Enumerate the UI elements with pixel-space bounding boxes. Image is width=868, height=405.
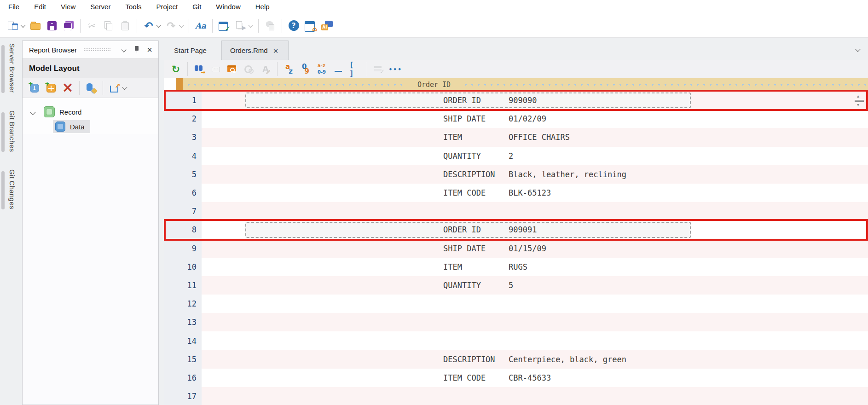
report-line[interactable]: ORDER ID909091 [202,220,868,239]
sort-09-icon[interactable] [299,61,312,77]
line-number: 15 [164,350,202,369]
report-row: 16ITEM CODECBR-45633 [164,369,868,387]
tab-close-icon[interactable] [273,47,280,54]
report-line[interactable]: ITEM CODECBR-45633 [202,369,868,387]
rail-tab-label: Git Branches [8,110,16,152]
menu-project[interactable]: Project [149,0,185,14]
help-icon[interactable] [287,18,301,34]
field-label: DESCRIPTION [443,170,509,179]
cut-icon [85,18,99,34]
sort-09-icon [300,63,312,75]
undo-icon[interactable] [142,18,162,34]
tab-orders-rmd[interactable]: Orders.Rmd [221,40,289,60]
save-icon[interactable] [45,18,59,34]
section-title: Model Layout [23,58,158,78]
menu-git[interactable]: Git [185,0,208,14]
brackets-icon [349,63,361,75]
chevron-down-icon[interactable] [179,22,184,27]
report-line[interactable]: DESCRIPTIONBlack, leather, reclining [202,165,868,184]
tree-item-record[interactable]: Record [23,104,158,119]
delete-icon[interactable] [61,80,75,96]
report-line[interactable]: DESCRIPTIONCenterpiece, black, green [202,350,868,369]
save-all-icon[interactable] [62,18,75,34]
report-line[interactable] [202,331,868,350]
report-line[interactable]: ITEMOFFICE CHAIRS [202,128,868,146]
chevron-down-icon[interactable] [119,45,129,55]
report-line[interactable]: QUANTITY2 [202,147,868,165]
menu-file[interactable]: File [0,0,27,14]
chevron-down-icon[interactable] [248,22,253,27]
underline-field-icon[interactable] [332,61,346,77]
tab-start-page[interactable]: Start Page [166,40,215,60]
menu-window[interactable]: Window [208,0,248,14]
sort-range-icon[interactable] [315,61,329,77]
rail-tab-server-browser[interactable]: Server Browser [0,43,21,95]
font-icon [195,20,207,32]
chevron-down-icon[interactable] [20,22,25,27]
chevron-down-icon[interactable] [156,22,161,27]
brackets-icon[interactable] [348,61,362,77]
line-number: 10 [164,258,202,276]
report-line[interactable]: ITEM CODEBLK-65123 [202,184,868,202]
field-value: Black, leather, reclining [509,170,626,179]
report-line[interactable]: QUANTITY5 [202,276,868,295]
report-line[interactable]: ORDER ID909090 [202,91,868,110]
menu-help[interactable]: Help [248,0,277,14]
report-line[interactable] [202,387,868,405]
line-number: 1 [164,91,202,110]
clean-model-icon[interactable] [84,80,98,96]
check-window-icon[interactable] [217,18,231,34]
tree-item-data[interactable]: Data [23,119,158,134]
row-resize-icon[interactable] [854,96,864,105]
sort-az-icon[interactable] [282,61,296,77]
report-line[interactable]: SHIP DATE01/15/09 [202,239,868,258]
more-icon[interactable] [388,61,402,77]
report-row: 13 [164,313,868,331]
search-report-icon[interactable] [226,61,239,77]
home-window-icon[interactable] [303,18,317,34]
menu-edit[interactable]: Edit [27,0,53,14]
export-icon [109,82,121,94]
ai-assistant-icon[interactable] [320,18,334,34]
rail-tab-git-changes[interactable]: Git Changes [0,169,21,211]
chevron-down-icon [121,47,126,52]
rail-tab-git-branches[interactable]: Git Branches [0,110,21,154]
redo-icon [165,20,177,32]
field-value: OFFICE CHAIRS [509,133,570,142]
new-report-icon[interactable] [6,18,26,34]
paste-database-icon [263,18,277,34]
main-toolbar [0,14,868,38]
report-row: 11QUANTITY5 [164,276,868,295]
menu-tools[interactable]: Tools [118,0,149,14]
font-icon[interactable] [194,18,208,34]
save-icon [46,20,58,32]
add-record-icon[interactable] [28,80,41,96]
chevron-down-icon[interactable] [122,85,127,90]
close-icon[interactable] [145,45,155,55]
add-record-icon [29,82,41,94]
export-icon[interactable] [108,80,127,96]
field-band[interactable]: Order ID [176,78,868,91]
save-all-icon [63,20,75,32]
chevron-down-icon[interactable] [30,109,36,115]
report-line[interactable] [202,295,868,313]
band-marker [176,78,183,91]
pin-icon[interactable] [132,45,142,55]
toolbar-separator [103,81,103,95]
tab-label: Orders.Rmd [230,46,268,54]
find-icon[interactable] [192,61,206,77]
add-field-icon[interactable] [44,80,58,96]
menu-view[interactable]: View [53,0,83,14]
report-line[interactable] [202,313,868,331]
report-line[interactable]: SHIP DATE01/02/09 [202,110,868,128]
refresh-icon[interactable] [169,61,183,77]
report-row: 12 [164,295,868,313]
open-folder-icon[interactable] [29,18,42,34]
drag-grip-icon[interactable] [83,48,111,52]
report-line[interactable] [202,202,868,220]
menu-server[interactable]: Server [83,0,118,14]
open-folder-icon [29,20,41,32]
line-number: 9 [164,239,202,258]
workspace: Server BrowserGit BranchesGit Changes Re… [0,38,868,405]
report-line[interactable]: ITEMRUGS [202,258,868,276]
